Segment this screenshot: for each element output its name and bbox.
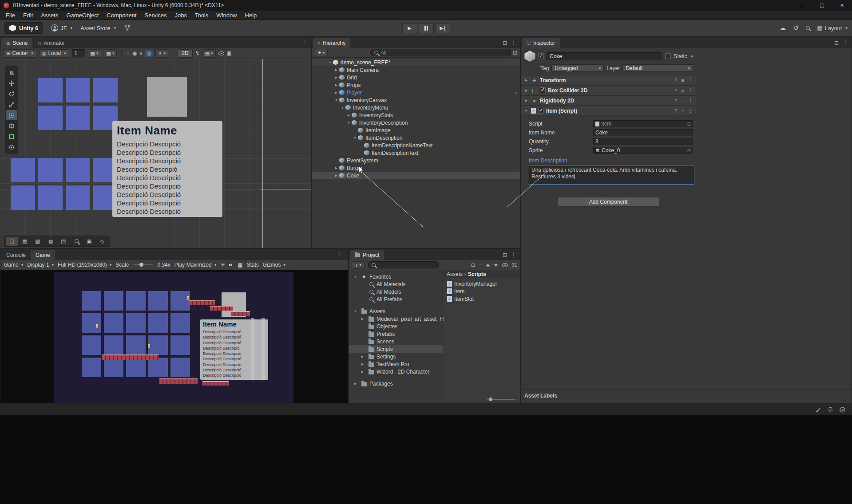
layers-button[interactable]: ▤ — [58, 237, 69, 246]
menu-item[interactable]: Edit — [19, 12, 37, 19]
item-description-textarea[interactable]: Una deliciosa i refrescant Coca-cola. Am… — [529, 165, 694, 185]
project-file-row[interactable]: ItemSlot — [444, 295, 520, 303]
dock-icon[interactable]: ⊡ — [503, 252, 507, 258]
expand-arrow-icon[interactable] — [333, 83, 339, 87]
search-by-type-icon[interactable]: ⊡ — [513, 50, 517, 56]
rect-select-button[interactable]: ▢ — [6, 237, 18, 246]
scene-viewport[interactable]: Item Name Descripció DescripcióDescripci… — [0, 59, 311, 248]
favorites-icon[interactable]: ★ — [494, 262, 498, 268]
scale-slider[interactable] — [133, 264, 153, 265]
project-file-row[interactable]: InventoryManager — [444, 280, 520, 287]
menu-item[interactable]: Assets — [37, 12, 62, 19]
step-button[interactable]: ▶ — [435, 23, 450, 33]
expand-arrow-icon[interactable] — [360, 355, 365, 358]
panel-tab[interactable]: Console — [1, 250, 31, 260]
more-icon[interactable]: ⋮ — [688, 108, 693, 114]
hierarchy-row[interactable]: ItemDescriptionText › — [312, 149, 520, 157]
hierarchy-row[interactable]: demo_scene_FREE* › — [312, 59, 520, 66]
project-tree-row[interactable]: All Materials — [349, 280, 443, 288]
view-tool-button[interactable] — [6, 67, 17, 78]
snap-settings-dropdown[interactable]: ▦▾ — [104, 49, 117, 58]
dock-icon[interactable]: ⊡ — [503, 40, 507, 46]
expand-arrow-icon[interactable] — [346, 121, 352, 124]
hierarchy-row[interactable]: EventSystem › — [312, 157, 520, 164]
property-field[interactable]: Coke ⊙ — [593, 129, 693, 136]
rect-tool-button[interactable] — [6, 110, 17, 120]
resolution-dropdown[interactable]: Full HD (1920x1080)▾ — [58, 262, 111, 268]
bell-icon[interactable] — [827, 406, 834, 413]
menu-item[interactable]: Component — [103, 12, 140, 19]
zoom-slider-thumb[interactable] — [489, 398, 492, 401]
hierarchy-row[interactable]: InventoryCanvas › — [312, 96, 520, 104]
more-icon[interactable]: ⋮ — [688, 77, 693, 83]
paint-icon[interactable] — [815, 406, 822, 413]
cloud-icon[interactable]: ☁ — [780, 24, 786, 32]
prefab-open-icon[interactable]: › — [515, 89, 517, 96]
tab-scene[interactable]: ▦ Scene — [1, 38, 32, 48]
asset-labels-header[interactable]: Asset Labels — [521, 389, 852, 399]
project-search-input[interactable] — [368, 261, 439, 268]
search-button[interactable] — [71, 237, 82, 246]
hierarchy-row[interactable]: ItemDescriptionNameText › — [312, 142, 520, 149]
project-tree-row[interactable]: Medieval_pixel_art_asset_FR... — [349, 315, 443, 323]
orientation-dropdown[interactable]: ◍ Local▾ — [39, 49, 69, 58]
expand-arrow-icon[interactable] — [523, 109, 529, 112]
object-picker-icon[interactable]: ⊙ — [687, 148, 691, 153]
project-tree-row[interactable]: Packages — [349, 380, 443, 387]
search-by-label-icon[interactable]: ◈ — [486, 262, 489, 268]
hierarchy-row[interactable]: InventoryMenu › — [312, 104, 520, 111]
static-dropdown-icon[interactable]: ▾ — [691, 54, 693, 59]
grid-visibility-dropdown[interactable]: ▦▾ — [88, 49, 101, 58]
project-tree-row[interactable]: Scripts — [349, 345, 443, 353]
move-tool-button[interactable] — [6, 78, 17, 88]
project-tree-row[interactable]: Favorites — [349, 273, 443, 280]
skybox-toggle-icon[interactable]: ◍ — [145, 50, 152, 57]
expand-arrow-icon[interactable] — [352, 136, 358, 139]
object-picker-icon[interactable]: ⊙ — [687, 122, 691, 126]
vsync-icon[interactable]: ☀ — [220, 262, 225, 268]
tilemap-button[interactable]: ▦ — [19, 237, 31, 246]
transform-tool-button[interactable] — [6, 121, 17, 131]
scene-fx-icon[interactable]: ● — [139, 50, 143, 56]
game-view[interactable]: Item Name Descripció DescripcióDescripci… — [0, 270, 348, 403]
name-field[interactable]: Coke — [547, 52, 662, 60]
presets-icon[interactable]: ≡ — [682, 78, 684, 83]
hierarchy-row[interactable]: Grid › — [312, 74, 520, 81]
layers-dropdown[interactable]: ▤▾ — [202, 49, 216, 58]
dock-icon[interactable]: ⊡ — [834, 40, 839, 46]
tab-inspector[interactable]: ⓘ Inspector — [522, 38, 560, 48]
menu-item[interactable]: Tools — [191, 12, 212, 19]
version-control-button[interactable] — [124, 24, 131, 32]
presets-icon[interactable]: ≡ — [682, 88, 684, 93]
breadcrumb-current[interactable]: Scripts — [468, 271, 486, 277]
scene-lighting-icon[interactable]: ◌ — [126, 50, 129, 56]
project-tree-row[interactable]: Objectes — [349, 323, 443, 330]
expand-arrow-icon[interactable] — [340, 106, 345, 109]
help-icon[interactable]: ? — [674, 88, 677, 93]
active-checkbox[interactable] — [538, 53, 544, 59]
expand-arrow-icon[interactable] — [333, 68, 339, 72]
pattern-button[interactable]: ▨ — [32, 237, 44, 246]
grid-size-field[interactable]: 1 — [72, 49, 85, 57]
help-icon[interactable]: ? — [674, 98, 677, 103]
project-tree-row[interactable]: TextMesh Pro — [349, 360, 443, 368]
project-tree-row[interactable]: All Prefabs — [349, 295, 443, 303]
zoom-slider[interactable] — [487, 399, 515, 400]
sprite-edit-tool-button[interactable] — [6, 131, 17, 142]
help-icon[interactable]: ? — [674, 108, 677, 114]
help-icon[interactable]: ? — [674, 78, 677, 83]
lightning-icon[interactable]: ↯ — [195, 50, 200, 56]
menu-item[interactable]: File — [2, 12, 19, 19]
metrics-icon[interactable]: ▦ — [238, 262, 242, 268]
more-icon[interactable]: ⋮ — [337, 251, 342, 257]
add-component-button[interactable]: Add Component — [557, 197, 659, 207]
scene-audio-icon[interactable]: ◉ — [132, 50, 137, 56]
expand-arrow-icon[interactable] — [333, 98, 339, 102]
project-tree-row[interactable]: Assets — [349, 307, 443, 315]
menu-item[interactable]: Help — [241, 12, 261, 19]
tab-project[interactable]: Project — [350, 250, 384, 260]
eye-icon[interactable] — [218, 51, 224, 55]
more-icon[interactable]: ⋮ — [843, 40, 848, 46]
hidden-count-eye-icon[interactable] — [502, 263, 508, 267]
search-icon[interactable] — [806, 26, 810, 30]
